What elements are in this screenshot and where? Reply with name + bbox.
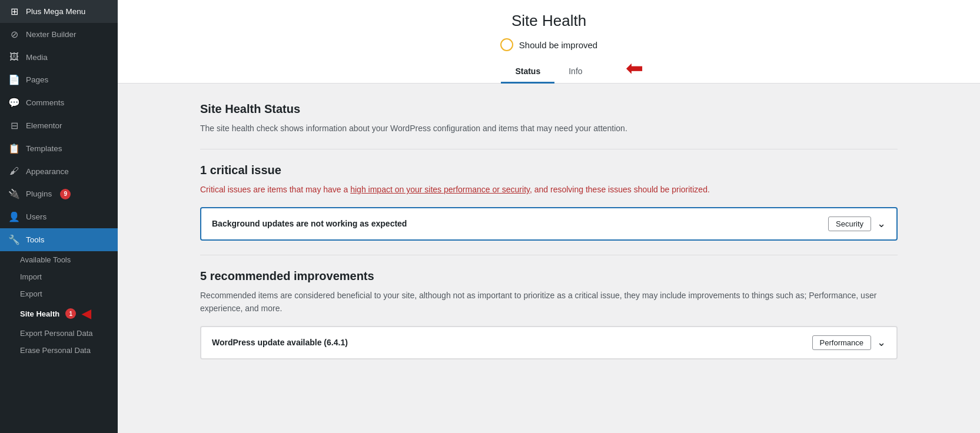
media-icon: 🖼 [8, 52, 20, 62]
critical-issue-card: Background updates are not working as ex… [200, 207, 898, 241]
sidebar-item-label: Comments [26, 98, 64, 107]
tools-submenu: Available Tools Import Export Site Healt… [0, 251, 118, 359]
sidebar-item-label: Plugins [26, 189, 52, 198]
sidebar-item-site-health[interactable]: Site Health 1 ◀ [0, 302, 118, 325]
critical-section-description: Critical issues are items that may have … [200, 183, 898, 196]
sidebar-item-label: Nexter Builder [26, 30, 77, 39]
site-health-badge: 1 [65, 308, 76, 319]
sidebar-item-plugins[interactable]: 🔌 Plugins 9 [0, 182, 118, 205]
page-header: Site Health Should be improved Status In… [118, 0, 980, 84]
sidebar-item-media[interactable]: 🖼 Media [0, 46, 118, 68]
tab-info[interactable]: Info [554, 61, 596, 84]
sidebar: ⊞ Plus Mega Menu ⊘ Nexter Builder 🖼 Medi… [0, 0, 118, 433]
critical-section-title: 1 critical issue [200, 164, 898, 177]
sidebar-item-available-tools[interactable]: Available Tools [0, 251, 118, 268]
sidebar-item-label: Appearance [26, 167, 69, 176]
sidebar-item-templates[interactable]: 📋 Templates [0, 137, 118, 160]
sidebar-item-users[interactable]: 👤 Users [0, 205, 118, 228]
plugins-icon: 🔌 [8, 188, 20, 199]
recommended-issue-title: WordPress update available (6.4.1) [212, 338, 348, 347]
sidebar-item-nexter-builder[interactable]: ⊘ Nexter Builder [0, 23, 118, 46]
sidebar-item-export-personal-data[interactable]: Export Personal Data [0, 325, 118, 342]
tabs-row: Status Info ⬅ [141, 61, 956, 83]
divider-2 [200, 255, 898, 255]
sidebar-item-label: Tools [26, 235, 45, 244]
sidebar-item-label: Media [26, 53, 48, 62]
sidebar-item-export[interactable]: Export [0, 285, 118, 302]
sidebar-item-comments[interactable]: 💬 Comments [0, 91, 118, 114]
sidebar-item-elementor[interactable]: ⊟ Elementor [0, 114, 118, 137]
sidebar-item-label: Elementor [26, 121, 62, 130]
recommended-issue-chevron[interactable]: ⌄ [877, 336, 886, 349]
recommended-section-description: Recommended items are considered benefic… [200, 289, 898, 315]
status-section-description: The site health check shows information … [200, 122, 898, 135]
appearance-icon: 🖌 [8, 166, 20, 176]
sidebar-item-tools[interactable]: 🔧 Tools [0, 228, 118, 251]
plugins-badge: 9 [60, 189, 71, 199]
critical-section: 1 critical issue Critical issues are ite… [200, 164, 898, 240]
tools-icon: 🔧 [8, 234, 20, 245]
sidebar-item-erase-personal-data[interactable]: Erase Personal Data [0, 342, 118, 359]
elementor-icon: ⊟ [8, 120, 20, 131]
critical-issue-right: Security ⌄ [828, 216, 886, 231]
status-section: Site Health Status The site health check… [200, 102, 898, 135]
pages-icon: 📄 [8, 74, 20, 85]
divider-1 [200, 149, 898, 149]
tab-status[interactable]: Status [501, 61, 554, 84]
sidebar-item-pages[interactable]: 📄 Pages [0, 68, 118, 91]
critical-issue-title: Background updates are not working as ex… [212, 219, 407, 228]
status-section-title: Site Health Status [200, 102, 898, 116]
sidebar-item-label: Pages [26, 75, 48, 84]
sidebar-item-appearance[interactable]: 🖌 Appearance [0, 160, 118, 182]
sidebar-item-plus-mega-menu[interactable]: ⊞ Plus Mega Menu [0, 0, 118, 23]
info-tab-arrow-icon: ⬅ [626, 56, 643, 81]
performance-tag-button[interactable]: Performance [812, 335, 871, 350]
page-title: Site Health [141, 12, 956, 30]
recommended-section: 5 recommended improvements Recommended i… [200, 269, 898, 359]
recommended-issue-card: WordPress update available (6.4.1) Perfo… [200, 326, 898, 359]
users-icon: 👤 [8, 211, 20, 222]
nexter-builder-icon: ⊘ [8, 29, 20, 40]
sidebar-item-label: Plus Mega Menu [26, 7, 85, 16]
recommended-issue-right: Performance ⌄ [812, 335, 886, 350]
sidebar-item-label: Users [26, 212, 46, 221]
security-tag-button[interactable]: Security [828, 216, 871, 231]
status-row: Should be improved [141, 38, 956, 51]
plus-mega-menu-icon: ⊞ [8, 6, 20, 17]
templates-icon: 📋 [8, 143, 20, 154]
critical-link[interactable]: high impact on your sites performance or… [350, 185, 530, 194]
sidebar-item-label: Templates [26, 144, 62, 153]
site-health-arrow-icon: ◀ [82, 307, 91, 321]
sidebar-item-import[interactable]: Import [0, 268, 118, 285]
main-content: Site Health Should be improved Status In… [118, 0, 980, 433]
status-circle-icon [500, 38, 513, 51]
comments-icon: 💬 [8, 97, 20, 108]
status-text: Should be improved [519, 40, 597, 50]
content-area: Site Health Status The site health check… [118, 84, 980, 433]
critical-issue-chevron[interactable]: ⌄ [877, 217, 886, 230]
recommended-section-title: 5 recommended improvements [200, 269, 898, 283]
